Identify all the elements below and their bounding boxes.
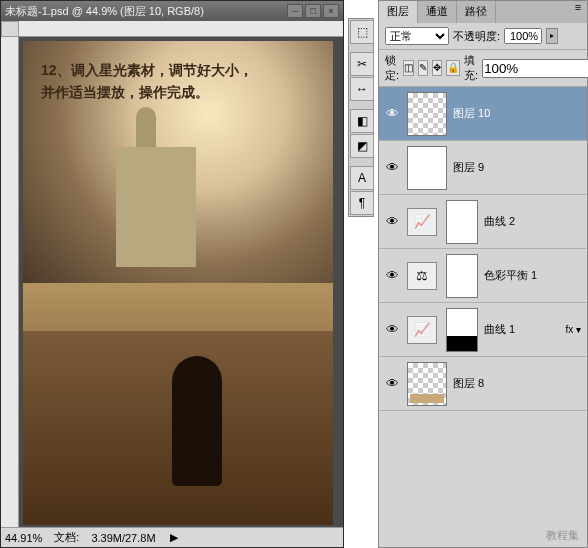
tool-icon-2[interactable]: ↔: [350, 77, 374, 101]
lock-label: 锁定:: [385, 53, 399, 83]
window-buttons: – □ ×: [287, 4, 339, 18]
canvas-area[interactable]: 12、调入星光素材，调节好大小， 并作适当摆放，操作完成。: [19, 37, 343, 527]
layer-name[interactable]: 曲线 1: [484, 322, 559, 337]
layer-mask[interactable]: [446, 254, 478, 298]
tool-icon-4[interactable]: ◩: [350, 134, 374, 158]
tool-icon-0[interactable]: ⬚: [350, 20, 374, 44]
doc-size: 3.39M/27.8M: [91, 532, 155, 544]
zoom-level[interactable]: 44.91%: [5, 532, 42, 544]
artwork-castle: [116, 147, 196, 267]
layer-name[interactable]: 色彩平衡 1: [484, 268, 583, 283]
panel-toolbar: 正常 不透明度: ▸: [379, 23, 587, 50]
ruler-vertical[interactable]: [1, 37, 19, 527]
layer-row[interactable]: 👁 图层 8: [379, 357, 587, 411]
layer-name[interactable]: 图层 10: [453, 106, 583, 121]
opacity-input[interactable]: [504, 28, 542, 44]
tab-layers[interactable]: 图层: [379, 1, 418, 23]
blend-mode-select[interactable]: 正常: [385, 27, 449, 45]
layer-row[interactable]: 👁 ⚖ 色彩平衡 1: [379, 249, 587, 303]
layer-row[interactable]: 👁 图层 10: [379, 87, 587, 141]
close-button[interactable]: ×: [323, 4, 339, 18]
lock-row: 锁定: ◫ ✎ ✥ 🔒 填充: ▸: [379, 50, 587, 87]
layer-thumbnail[interactable]: [407, 146, 447, 190]
visibility-toggle-icon[interactable]: 👁: [383, 160, 401, 175]
tool-icon-1[interactable]: ✂: [350, 52, 374, 76]
layer-mask[interactable]: [446, 308, 478, 352]
artwork: 12、调入星光素材，调节好大小， 并作适当摆放，操作完成。: [23, 41, 333, 525]
opacity-label: 不透明度:: [453, 29, 500, 44]
maximize-button[interactable]: □: [305, 4, 321, 18]
visibility-toggle-icon[interactable]: 👁: [383, 214, 401, 229]
doc-label: 文档:: [54, 530, 79, 545]
layer-row[interactable]: 👁 📈 曲线 2: [379, 195, 587, 249]
document-title: 未标题-1.psd @ 44.9% (图层 10, RGB/8): [5, 4, 287, 19]
tool-icon-3[interactable]: ◧: [350, 109, 374, 133]
fx-badge[interactable]: fx ▾: [565, 324, 583, 335]
minimize-button[interactable]: –: [287, 4, 303, 18]
curves-icon[interactable]: 📈: [407, 316, 437, 344]
layer-row[interactable]: 👁 图层 9: [379, 141, 587, 195]
lock-pixels-icon[interactable]: ✎: [418, 60, 428, 76]
tool-icon-5[interactable]: A: [350, 166, 374, 190]
statusbar-arrow-icon[interactable]: ▶: [168, 531, 180, 544]
layer-name[interactable]: 图层 9: [453, 160, 583, 175]
caption-line2: 并作适当摆放，操作完成。: [41, 84, 209, 100]
watermark: 教程集: [546, 528, 579, 543]
lock-all-icon[interactable]: 🔒: [446, 60, 460, 76]
layer-row[interactable]: 👁 📈 曲线 1 fx ▾: [379, 303, 587, 357]
panel-menu-icon[interactable]: ≡: [569, 1, 587, 23]
lock-transparent-icon[interactable]: ◫: [403, 60, 414, 76]
tab-channels[interactable]: 通道: [418, 1, 457, 23]
caption-line1: 12、调入星光素材，调节好大小，: [41, 62, 253, 78]
visibility-toggle-icon[interactable]: 👁: [383, 376, 401, 391]
artwork-caption: 12、调入星光素材，调节好大小， 并作适当摆放，操作完成。: [41, 59, 315, 104]
statusbar: 44.91% 文档: 3.39M/27.8M ▶: [1, 527, 343, 547]
ruler-horizontal[interactable]: [19, 21, 343, 37]
opacity-arrow-icon[interactable]: ▸: [546, 28, 558, 44]
layer-mask[interactable]: [446, 200, 478, 244]
layer-name[interactable]: 曲线 2: [484, 214, 583, 229]
layer-list[interactable]: 👁 图层 10 👁 图层 9 👁 📈 曲线 2 👁 ⚖ 色彩平衡 1 👁 📈 曲…: [379, 87, 587, 547]
artwork-figure: [172, 356, 222, 486]
layer-thumbnail[interactable]: [407, 92, 447, 136]
visibility-toggle-icon[interactable]: 👁: [383, 106, 401, 121]
titlebar: 未标题-1.psd @ 44.9% (图层 10, RGB/8) – □ ×: [1, 1, 343, 21]
fill-label: 填充:: [464, 53, 478, 83]
tool-icon-6[interactable]: ¶: [350, 191, 374, 215]
panel-tabs: 图层 通道 路径 ≡: [379, 1, 587, 23]
lock-position-icon[interactable]: ✥: [432, 60, 442, 76]
layers-panel: 图层 通道 路径 ≡ 正常 不透明度: ▸ 锁定: ◫ ✎ ✥ 🔒 填充: ▸ …: [378, 0, 588, 548]
color-balance-icon[interactable]: ⚖: [407, 262, 437, 290]
mini-toolbar: ⬚ ✂ ↔ ◧ ◩ A ¶: [348, 18, 374, 217]
layer-thumbnail[interactable]: [407, 362, 447, 406]
visibility-toggle-icon[interactable]: 👁: [383, 322, 401, 337]
curves-icon[interactable]: 📈: [407, 208, 437, 236]
ruler-corner: [1, 21, 19, 37]
visibility-toggle-icon[interactable]: 👁: [383, 268, 401, 283]
fill-input[interactable]: [482, 59, 588, 78]
tab-paths[interactable]: 路径: [457, 1, 496, 23]
document-window: 未标题-1.psd @ 44.9% (图层 10, RGB/8) – □ × 1…: [0, 0, 344, 548]
layer-name[interactable]: 图层 8: [453, 376, 583, 391]
